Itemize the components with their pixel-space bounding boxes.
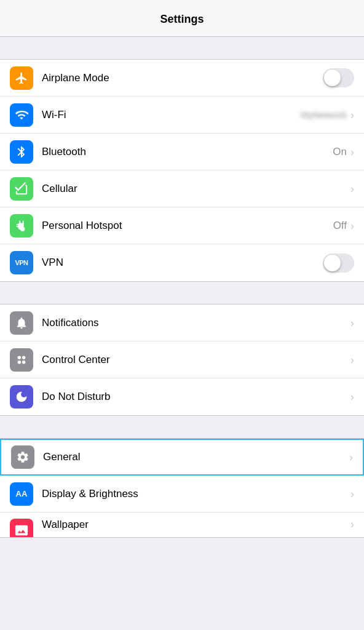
cellular-svg <box>15 182 28 196</box>
vpn-toggle[interactable] <box>323 253 354 273</box>
notifications-svg <box>15 316 28 330</box>
notifications-chevron: › <box>350 317 354 329</box>
aa-icon-text: AA <box>16 489 28 498</box>
section-connectivity: Airplane Mode Wi-Fi MyNetwork › Blu <box>0 59 364 282</box>
cellular-label: Cellular <box>42 183 350 195</box>
general-chevron: › <box>349 452 353 463</box>
hotspot-chevron: › <box>350 220 354 231</box>
row-display-brightness[interactable]: AA Display & Brightness › <box>0 476 364 512</box>
wallpaper-svg <box>15 524 28 537</box>
hotspot-icon <box>10 214 33 237</box>
bluetooth-chevron: › <box>350 146 354 158</box>
wallpaper-chevron: › <box>350 519 354 530</box>
row-vpn[interactable]: VPN VPN <box>0 244 364 281</box>
row-wallpaper[interactable]: Wallpaper › <box>0 512 364 537</box>
settings-screen: Settings Airplane Mode Wi-Fi MyNe <box>0 0 364 538</box>
vpn-icon-text: VPN <box>15 259 28 266</box>
control-center-svg <box>15 353 28 367</box>
gear-svg <box>16 450 30 464</box>
control-center-chevron: › <box>350 354 354 365</box>
row-cellular[interactable]: Cellular › <box>0 170 364 207</box>
vpn-toggle-knob <box>324 255 341 271</box>
row-notifications[interactable]: Notifications › <box>0 305 364 341</box>
wifi-network-name: MyNetwork <box>301 110 347 120</box>
row-wifi[interactable]: Wi-Fi MyNetwork › <box>0 97 364 134</box>
display-brightness-icon: AA <box>10 482 33 506</box>
svg-point-1 <box>22 356 25 359</box>
row-general[interactable]: General › <box>0 439 364 476</box>
row-control-center[interactable]: Control Center › <box>0 341 364 378</box>
control-center-label: Control Center <box>42 354 350 366</box>
bluetooth-icon <box>10 140 33 164</box>
general-label: General <box>43 451 349 463</box>
notifications-label: Notifications <box>42 317 350 329</box>
airplane-mode-toggle-knob <box>324 70 341 86</box>
section-gap-3 <box>0 416 364 438</box>
do-not-disturb-icon <box>10 385 33 409</box>
row-bluetooth[interactable]: Bluetooth On › <box>0 134 364 170</box>
airplane-mode-toggle[interactable] <box>323 68 354 87</box>
wifi-icon <box>10 103 33 127</box>
general-icon <box>11 445 34 469</box>
control-center-icon <box>10 348 33 372</box>
hotspot-label: Personal Hotspot <box>42 220 333 232</box>
row-do-not-disturb[interactable]: Do Not Disturb › <box>0 378 364 415</box>
airplane-mode-icon <box>10 66 33 90</box>
bluetooth-label: Bluetooth <box>42 146 333 158</box>
section-display: General › AA Display & Brightness › Wall… <box>0 438 364 538</box>
wifi-label: Wi-Fi <box>42 109 301 121</box>
cellular-icon <box>10 177 33 201</box>
bluetooth-value: On <box>333 146 347 158</box>
row-airplane-mode[interactable]: Airplane Mode <box>0 60 364 97</box>
display-brightness-label: Display & Brightness <box>42 488 350 500</box>
bluetooth-svg <box>15 145 28 159</box>
do-not-disturb-chevron: › <box>350 391 354 402</box>
section-gap-1 <box>0 37 364 59</box>
section-gap-2 <box>0 282 364 304</box>
notifications-icon <box>10 311 33 335</box>
wifi-chevron: › <box>350 110 354 121</box>
svg-point-2 <box>18 360 21 364</box>
vpn-icon: VPN <box>10 251 33 274</box>
hotspot-value: Off <box>333 220 347 232</box>
moon-svg <box>15 390 28 404</box>
row-personal-hotspot[interactable]: Personal Hotspot Off › <box>0 207 364 244</box>
svg-point-3 <box>22 360 25 364</box>
hotspot-svg <box>15 219 28 233</box>
cellular-chevron: › <box>350 183 354 194</box>
header: Settings <box>0 0 364 37</box>
airplane-mode-label: Airplane Mode <box>42 72 323 84</box>
vpn-label: VPN <box>42 257 323 269</box>
page-title: Settings <box>160 13 204 26</box>
do-not-disturb-label: Do Not Disturb <box>42 391 350 403</box>
wallpaper-icon <box>10 519 33 537</box>
airplane-svg <box>15 71 28 85</box>
wifi-svg <box>15 108 28 122</box>
section-system: Notifications › Control Center › <box>0 304 364 416</box>
display-brightness-chevron: › <box>350 488 354 500</box>
wallpaper-label: Wallpaper <box>42 519 350 531</box>
svg-point-0 <box>18 356 21 359</box>
